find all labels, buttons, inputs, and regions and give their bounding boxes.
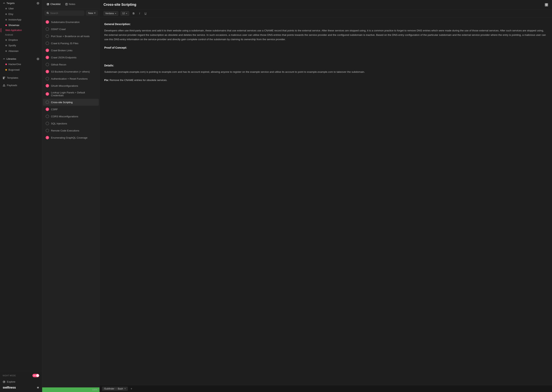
check-circle xyxy=(46,49,49,52)
invisionapp-dot xyxy=(5,19,7,21)
dropbox-label: Dropbox xyxy=(8,38,18,41)
checklist-item[interactable]: SQL Injections xyxy=(43,120,99,127)
sidebar-item-uber[interactable]: Uber xyxy=(1,6,41,11)
dropbox-dot xyxy=(5,39,7,41)
checklist-item[interactable]: Remote Code Executions xyxy=(43,127,99,134)
notes-icon xyxy=(65,3,68,6)
svg-rect-21 xyxy=(545,3,546,5)
checklist-item[interactable]: Enumerating GraphQL Coverage xyxy=(43,134,99,141)
checklist-item-label: Authentication + Reset Functions xyxy=(51,77,87,80)
checklist-item[interactable]: Crawl Broken Links xyxy=(43,47,99,54)
checklist-item-label: Enumerating GraphQL Coverage xyxy=(51,136,87,139)
checklist-item[interactable]: Crawl & Parsing JS Files xyxy=(43,40,99,47)
sidebar-item-bugcrowd[interactable]: Bugcrowd xyxy=(1,67,41,72)
proof-text xyxy=(104,52,547,60)
spotify-label: Spotify xyxy=(8,44,16,47)
sidebar-item-web-application[interactable]: Web Application xyxy=(1,28,41,32)
svg-rect-7 xyxy=(3,78,4,78)
sort-icon[interactable] xyxy=(36,386,39,389)
checklist-item-label: Crawl JSON Endpoints xyxy=(51,56,76,59)
night-mode-label: NIGHT MODE xyxy=(3,375,16,377)
sidebar-item-etsy[interactable]: Etsy xyxy=(1,12,41,17)
sidebar-item-invisionapp[interactable]: InvisionApp xyxy=(1,17,41,22)
bugcrowd-dot xyxy=(5,69,7,71)
tab-notes[interactable]: Notes xyxy=(63,1,77,7)
tab-checklist[interactable]: Checklist xyxy=(45,1,63,7)
sidebar-item-hackerone[interactable]: HackerOne xyxy=(1,62,41,67)
libraries-section-header[interactable]: Libraries xyxy=(0,56,42,62)
progress-bar-fill xyxy=(42,387,100,392)
checklist-item[interactable]: Authentication + Reset Functions xyxy=(43,75,99,82)
checklist-item-label: CORS Misconfigurations xyxy=(51,115,78,118)
checklist-item[interactable]: Crawl JSON Endpoints xyxy=(43,54,99,61)
content-area: General Description: Developers often us… xyxy=(100,17,552,385)
checklist-item[interactable]: Github Recon xyxy=(43,61,99,68)
templates-icon xyxy=(3,77,5,79)
brand-row: swiftness xyxy=(3,386,39,389)
sidebar-item-spotify[interactable]: Spotify xyxy=(1,43,41,48)
targets-add-icon[interactable] xyxy=(36,2,39,5)
check-circle xyxy=(46,35,49,38)
check-circle xyxy=(46,122,49,125)
sidebar-item-atlassian[interactable]: Atlassian xyxy=(1,49,41,54)
checklist-item[interactable]: Cross-site Scripting xyxy=(43,99,99,106)
middle-tabs: Checklist Notes xyxy=(42,0,100,8)
checklist-item[interactable]: Lookup Login Panels + Default Credential… xyxy=(43,89,99,98)
checklist-item[interactable]: S3 Buckets Enumeration (+ others) xyxy=(43,68,99,75)
expand-icon[interactable] xyxy=(545,3,548,7)
terminal-add-button[interactable]: + xyxy=(129,387,133,391)
font-select[interactable]: Verdana xyxy=(103,11,118,16)
font-value: Verdana xyxy=(105,12,114,15)
hackerone-dot xyxy=(5,63,7,65)
search-input[interactable] xyxy=(50,12,82,14)
atlassian-dot xyxy=(5,50,7,52)
checklist-item[interactable]: OAuth Misconfigurations xyxy=(43,82,99,89)
svg-rect-8 xyxy=(3,78,4,79)
sidebar-item-android[interactable]: Android xyxy=(1,33,41,37)
sidebar-bottom: NIGHT MODE ON Explore swiftness xyxy=(0,371,42,392)
font-chevron-icon xyxy=(115,13,116,14)
payloads-nav-item[interactable]: Payloads xyxy=(0,82,42,89)
checklist-item[interactable]: CORS Misconfigurations xyxy=(43,113,99,120)
terminal-tab[interactable]: /Subfinder - - Bash ✕ xyxy=(102,387,128,391)
web-application-label: Web Application xyxy=(5,29,22,32)
checklist-item-label: Crawl Broken Links xyxy=(51,49,73,52)
templates-nav-item[interactable]: Templates xyxy=(0,74,42,81)
right-panel-header: Cross-site Scripting xyxy=(100,0,552,10)
search-icon xyxy=(46,12,49,14)
svg-rect-22 xyxy=(547,3,548,5)
italic-button[interactable]: I xyxy=(138,12,141,15)
checklist-item[interactable]: OSNIT Crawl xyxy=(43,26,99,33)
sidebar-item-dropbox[interactable]: Dropbox xyxy=(1,37,41,42)
progress-text: 100% xyxy=(92,389,98,391)
check-circle xyxy=(46,56,49,59)
new-button[interactable]: New + xyxy=(86,10,98,16)
night-mode-toggle[interactable]: ON xyxy=(32,374,39,377)
etsy-label: Etsy xyxy=(8,13,13,15)
terminal-tab-close[interactable]: ✕ xyxy=(124,387,126,390)
libraries-add-icon[interactable] xyxy=(36,58,39,60)
tab-notes-label: Notes xyxy=(69,3,75,6)
progress-bar-wrap: 100% xyxy=(42,387,100,392)
checklist-item[interactable]: Port Scan + Bruteforce on all hosts xyxy=(43,33,99,40)
checklist-item[interactable]: Subdomains Enumeration xyxy=(43,19,99,25)
checklist-item-label: OAuth Misconfigurations xyxy=(51,84,78,87)
targets-label: Targets xyxy=(7,2,15,5)
bold-button[interactable]: B xyxy=(131,12,136,15)
font-size-select[interactable]: 12 xyxy=(121,11,129,16)
checklist-item[interactable]: CSRF xyxy=(43,106,99,113)
search-input-wrap[interactable] xyxy=(44,11,84,16)
checklist-item-label: Cross-site Scripting xyxy=(51,101,73,104)
payloads-label: Payloads xyxy=(7,84,17,87)
checklist-item-label: Port Scan + Bruteforce on all hosts xyxy=(51,35,89,38)
bugcrowd-label: Bugcrowd xyxy=(8,68,20,71)
explore-row[interactable]: Explore xyxy=(3,379,39,384)
underline-button[interactable]: U xyxy=(143,12,148,15)
checklist-item-label: Lookup Login Panels + Default Credential… xyxy=(51,91,96,97)
checklist-item-label: Remote Code Executions xyxy=(51,129,79,132)
general-desc-text: Developers often use third-party service… xyxy=(104,28,547,42)
targets-section-header[interactable]: Targets xyxy=(0,0,42,6)
chevron-up-libraries-icon xyxy=(3,58,5,60)
checklist-item-label: Crawl & Parsing JS Files xyxy=(51,42,78,45)
sidebar-item-showmax[interactable]: Showmax xyxy=(1,23,41,28)
